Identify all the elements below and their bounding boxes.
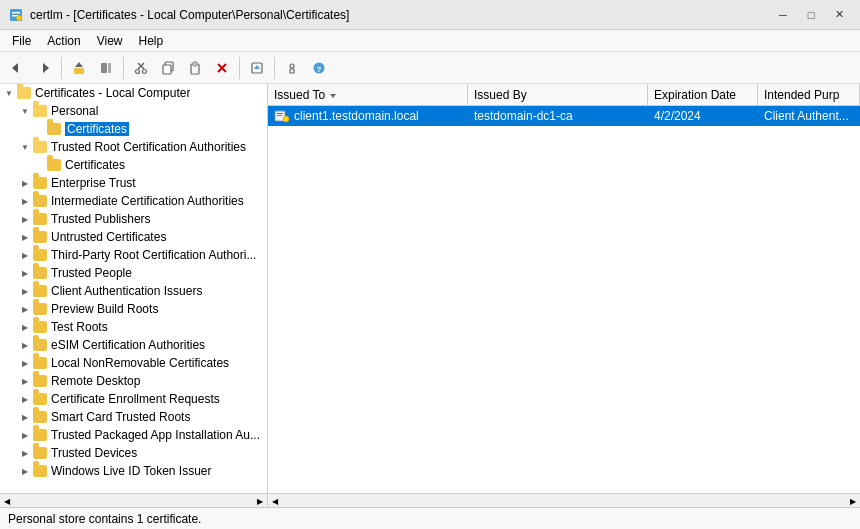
- svg-marker-4: [12, 63, 18, 73]
- up-button[interactable]: [66, 55, 92, 81]
- tree-certificates-personal[interactable]: Certificates: [0, 120, 267, 138]
- export-button[interactable]: [244, 55, 270, 81]
- right-scrollbar[interactable]: ◀ ▶: [268, 493, 860, 507]
- tree-untrusted[interactable]: ▶ Untrusted Certificates: [0, 228, 267, 246]
- minimize-button[interactable]: ─: [770, 4, 796, 26]
- tree-certs2-label: Certificates: [65, 158, 125, 172]
- back-button[interactable]: [4, 55, 30, 81]
- tree-trusted-publishers[interactable]: ▶ Trusted Publishers: [0, 210, 267, 228]
- menu-help[interactable]: Help: [131, 32, 172, 50]
- tree-toggle-intermediate[interactable]: ▶: [18, 194, 32, 208]
- col-header-issued-by[interactable]: Issued By: [468, 84, 648, 105]
- close-button[interactable]: ✕: [826, 4, 852, 26]
- tree-enrollment[interactable]: ▶ Certificate Enrollment Requests: [0, 390, 267, 408]
- cut-button[interactable]: [128, 55, 154, 81]
- tree-scrollbar[interactable]: ◀ ▶: [0, 493, 267, 507]
- folder-icon-intermediate: [32, 194, 48, 208]
- purpose-value: Client Authent...: [764, 109, 849, 123]
- tree-thirdparty-root[interactable]: ▶ Third-Party Root Certification Authori…: [0, 246, 267, 264]
- table-row[interactable]: client1.testdomain.local testdomain-dc1-…: [268, 106, 860, 126]
- tree-root[interactable]: ▼ Certificates - Local Computer: [0, 84, 267, 102]
- tree-toggle-enrollment[interactable]: ▶: [18, 392, 32, 406]
- cell-expiry: 4/2/2024: [648, 109, 758, 123]
- tree-toggle-devices[interactable]: ▶: [18, 446, 32, 460]
- tree-toggle-root[interactable]: ▼: [2, 86, 16, 100]
- tree-trusted-devices[interactable]: ▶ Trusted Devices: [0, 444, 267, 462]
- main-content: ▼ Certificates - Local Computer ▼ Person…: [0, 84, 860, 507]
- tree-toggle-winlive[interactable]: ▶: [18, 464, 32, 478]
- scroll-track[interactable]: [14, 494, 253, 507]
- tree-trusted-root[interactable]: ▼ Trusted Root Certification Authorities: [0, 138, 267, 156]
- help-button[interactable]: ?: [306, 55, 332, 81]
- folder-icon-packaged: [32, 428, 48, 442]
- expiry-value: 4/2/2024: [654, 109, 701, 123]
- col-header-expiry[interactable]: Expiration Date: [648, 84, 758, 105]
- tree-toggle-clientauth[interactable]: ▶: [18, 284, 32, 298]
- tree-test-label: Test Roots: [51, 320, 108, 334]
- title-bar-controls: ─ □ ✕: [770, 4, 852, 26]
- tree-toggle-publishers[interactable]: ▶: [18, 212, 32, 226]
- tree-test-roots[interactable]: ▶ Test Roots: [0, 318, 267, 336]
- tree-preview-roots[interactable]: ▶ Preview Build Roots: [0, 300, 267, 318]
- svg-rect-15: [163, 65, 171, 74]
- tree-toggle-untrusted[interactable]: ▶: [18, 230, 32, 244]
- tree-personal[interactable]: ▼ Personal: [0, 102, 267, 120]
- tree-trusted-people[interactable]: ▶ Trusted People: [0, 264, 267, 282]
- folder-icon-root: [16, 86, 32, 100]
- cell-issued-by: testdomain-dc1-ca: [468, 109, 648, 123]
- scroll-right-arrow[interactable]: ▶: [253, 494, 267, 507]
- svg-point-28: [283, 116, 289, 122]
- right-pane: Issued To Issued By Expiration Date Inte…: [268, 84, 860, 507]
- col-header-issued-to[interactable]: Issued To: [268, 84, 468, 105]
- tree-toggle-test[interactable]: ▶: [18, 320, 32, 334]
- maximize-button[interactable]: □: [798, 4, 824, 26]
- tree-windows-live[interactable]: ▶ Windows Live ID Token Issuer: [0, 462, 267, 480]
- folder-icon-local: [32, 356, 48, 370]
- properties-button[interactable]: [279, 55, 305, 81]
- tree-toggle-enterprise[interactable]: ▶: [18, 176, 32, 190]
- tree-toggle-remote[interactable]: ▶: [18, 374, 32, 388]
- scroll-left-arrow-right[interactable]: ◀: [268, 494, 282, 507]
- tree-enterprise-trust[interactable]: ▶ Enterprise Trust: [0, 174, 267, 192]
- svg-rect-30: [277, 115, 282, 116]
- tree-esim[interactable]: ▶ eSIM Certification Authorities: [0, 336, 267, 354]
- tree-toggle-trusted-root[interactable]: ▼: [18, 140, 32, 154]
- tree-toggle-packaged[interactable]: ▶: [18, 428, 32, 442]
- tree-toggle-local[interactable]: ▶: [18, 356, 32, 370]
- tree-toggle-thirdparty[interactable]: ▶: [18, 248, 32, 262]
- tree-remote-desktop[interactable]: ▶ Remote Desktop: [0, 372, 267, 390]
- menu-file[interactable]: File: [4, 32, 39, 50]
- tree-certificates-trusted-root[interactable]: Certificates: [0, 156, 267, 174]
- tree-toggle-people[interactable]: ▶: [18, 266, 32, 280]
- issued-by-value: testdomain-dc1-ca: [474, 109, 573, 123]
- scroll-right-arrow-right[interactable]: ▶: [846, 494, 860, 507]
- tree-client-auth[interactable]: ▶ Client Authentication Issuers: [0, 282, 267, 300]
- svg-marker-21: [254, 65, 260, 69]
- show-hide-button[interactable]: [93, 55, 119, 81]
- menu-action[interactable]: Action: [39, 32, 88, 50]
- tree-enrollment-label: Certificate Enrollment Requests: [51, 392, 220, 406]
- delete-button[interactable]: [209, 55, 235, 81]
- col-header-purpose[interactable]: Intended Purp: [758, 84, 860, 105]
- tree-toggle-personal[interactable]: ▼: [18, 104, 32, 118]
- scroll-left-arrow[interactable]: ◀: [0, 494, 14, 507]
- list-content[interactable]: client1.testdomain.local testdomain-dc1-…: [268, 106, 860, 493]
- paste-button[interactable]: [182, 55, 208, 81]
- svg-rect-29: [277, 113, 283, 114]
- tree-toggle-preview[interactable]: ▶: [18, 302, 32, 316]
- tree-intermediate-ca[interactable]: ▶ Intermediate Certification Authorities: [0, 192, 267, 210]
- tree-packaged-app[interactable]: ▶ Trusted Packaged App Installation Au..…: [0, 426, 267, 444]
- tree-smartcard[interactable]: ▶ Smart Card Trusted Roots: [0, 408, 267, 426]
- right-scroll-track[interactable]: [282, 494, 846, 507]
- tree-content[interactable]: ▼ Certificates - Local Computer ▼ Person…: [0, 84, 267, 493]
- forward-button[interactable]: [31, 55, 57, 81]
- folder-icon-test: [32, 320, 48, 334]
- copy-button[interactable]: [155, 55, 181, 81]
- svg-text:?: ?: [317, 65, 322, 74]
- tree-toggle-esim[interactable]: ▶: [18, 338, 32, 352]
- menu-view[interactable]: View: [89, 32, 131, 50]
- tree-local-nonremovable[interactable]: ▶ Local NonRemovable Certificates: [0, 354, 267, 372]
- folder-icon-enrollment: [32, 392, 48, 406]
- svg-rect-8: [101, 63, 107, 73]
- tree-toggle-smartcard[interactable]: ▶: [18, 410, 32, 424]
